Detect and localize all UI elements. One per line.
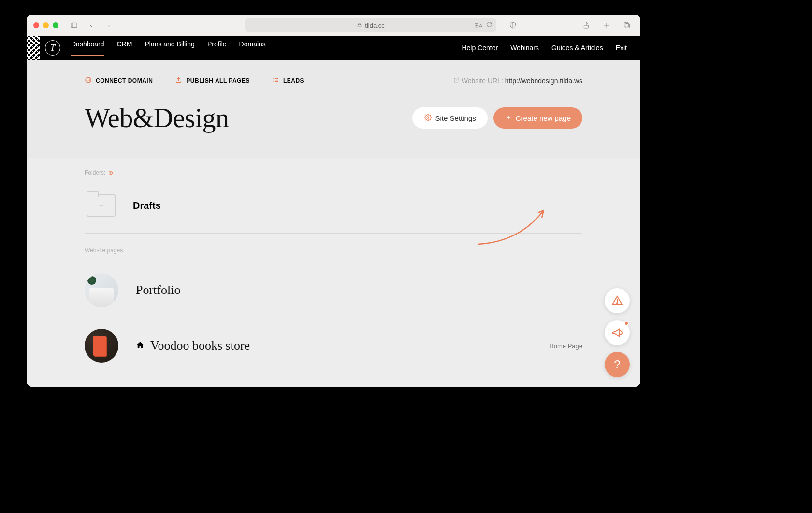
page-thumbnail xyxy=(85,273,118,307)
page-tag: Home Page xyxy=(549,342,582,350)
nav-profile[interactable]: Profile xyxy=(207,40,227,56)
website-url-info: Website URL: http://webndesign.tilda.ws xyxy=(453,77,582,85)
site-settings-label: Site Settings xyxy=(435,114,476,122)
nav-dashboard[interactable]: Dashboard xyxy=(71,40,104,56)
hero-actions: Site Settings Create new page xyxy=(412,107,582,129)
translate-icon[interactable]: ⊞ᴀ xyxy=(474,22,482,29)
svg-rect-0 xyxy=(71,23,77,27)
folder-name: Drafts xyxy=(133,200,161,211)
content-area: CONNECT DOMAIN PUBLISH ALL PAGES LEADS W… xyxy=(27,60,640,387)
nav-plans-billing[interactable]: Plans and Billing xyxy=(145,40,195,56)
reload-icon[interactable] xyxy=(486,21,493,29)
nav-webinars[interactable]: Webinars xyxy=(510,44,539,52)
site-title: Web&Design xyxy=(85,103,229,133)
nav-domains[interactable]: Domains xyxy=(239,40,266,56)
help-icon: ? xyxy=(614,358,620,371)
hero: Web&Design Site Settings Create new page xyxy=(27,85,640,158)
site-settings-button[interactable]: Site Settings xyxy=(412,107,488,129)
folders-label: Folders: ⊕ xyxy=(85,169,582,176)
app-header: T Dashboard CRM Plans and Billing Profil… xyxy=(27,36,640,60)
create-new-page-label: Create new page xyxy=(516,114,571,122)
announce-fab[interactable] xyxy=(605,320,630,345)
connect-domain-label: CONNECT DOMAIN xyxy=(96,77,153,84)
plus-icon xyxy=(505,114,512,122)
home-icon xyxy=(136,338,145,353)
tabs-icon[interactable] xyxy=(620,18,634,32)
connect-domain-button[interactable]: CONNECT DOMAIN xyxy=(85,76,153,85)
folders-label-text: Folders: xyxy=(85,169,105,176)
site-topbar: CONNECT DOMAIN PUBLISH ALL PAGES LEADS W… xyxy=(27,60,640,85)
window-minimize-button[interactable] xyxy=(43,22,49,28)
window-close-button[interactable] xyxy=(33,22,39,28)
page-name-text: Portfolio xyxy=(136,283,180,297)
nav-exit[interactable]: Exit xyxy=(616,44,627,52)
notification-dot xyxy=(624,321,629,326)
tilda-logo[interactable]: T xyxy=(45,40,60,56)
pages-label: Website pages: xyxy=(85,247,582,254)
svg-line-19 xyxy=(456,78,459,80)
leads-button[interactable]: LEADS xyxy=(272,76,304,85)
page-list: Portfolio Voodoo books store Home Page xyxy=(85,263,582,373)
nav-help-center[interactable]: Help Center xyxy=(462,44,498,52)
svg-rect-7 xyxy=(625,24,630,28)
url-host: tilda.cc xyxy=(365,22,384,29)
window-zoom-button[interactable] xyxy=(53,22,58,28)
publish-all-button[interactable]: PUBLISH ALL PAGES xyxy=(175,76,250,85)
lock-icon xyxy=(357,22,362,29)
leads-icon xyxy=(272,76,279,85)
url-bar[interactable]: tilda.cc ⊞ᴀ xyxy=(245,18,496,32)
page-name-text: Voodoo books store xyxy=(150,338,250,353)
new-tab-icon[interactable] xyxy=(600,18,613,32)
page-row-voodoo[interactable]: Voodoo books store Home Page xyxy=(85,318,582,373)
svg-rect-8 xyxy=(624,23,629,27)
gear-icon xyxy=(424,114,432,123)
sidebar-toggle-button[interactable] xyxy=(67,18,81,32)
browser-chrome: tilda.cc ⊞ᴀ xyxy=(27,15,640,36)
create-new-page-button[interactable]: Create new page xyxy=(493,107,582,129)
pages-label-text: Website pages: xyxy=(85,247,125,254)
svg-rect-2 xyxy=(358,25,361,27)
browser-window: tilda.cc ⊞ᴀ T Da xyxy=(27,15,640,387)
nav-right: Help Center Webinars Guides & Articles E… xyxy=(462,44,627,52)
help-fab[interactable]: ? xyxy=(605,352,630,377)
nav-guides[interactable]: Guides & Articles xyxy=(551,44,603,52)
floating-buttons: ? xyxy=(605,288,630,377)
svg-point-20 xyxy=(427,117,429,118)
share-icon[interactable] xyxy=(580,18,593,32)
forward-button[interactable] xyxy=(102,18,116,32)
main-nav: Dashboard CRM Plans and Billing Profile … xyxy=(71,40,266,56)
traffic-lights xyxy=(33,22,58,28)
alert-fab[interactable] xyxy=(605,288,630,313)
leads-label: LEADS xyxy=(283,77,304,84)
add-folder-icon[interactable]: ⊕ xyxy=(108,169,113,176)
decorative-pattern xyxy=(27,36,40,60)
upload-icon xyxy=(175,76,182,85)
external-link-icon[interactable] xyxy=(453,77,462,85)
publish-all-label: PUBLISH ALL PAGES xyxy=(186,77,250,84)
back-button[interactable] xyxy=(85,18,98,32)
website-url-value[interactable]: http://webndesign.tilda.ws xyxy=(505,77,582,85)
page-row-portfolio[interactable]: Portfolio xyxy=(85,263,582,318)
globe-icon xyxy=(85,76,92,85)
website-url-label: Website URL: xyxy=(462,77,503,85)
lower-section: Folders: ⊕ ~ Drafts Website pages: Portf… xyxy=(27,158,640,387)
folder-row[interactable]: ~ Drafts xyxy=(85,185,582,234)
nav-crm[interactable]: CRM xyxy=(117,40,132,56)
page-thumbnail xyxy=(85,329,118,363)
shield-icon[interactable] xyxy=(506,18,520,32)
page-name: Voodoo books store xyxy=(136,338,250,353)
page-name: Portfolio xyxy=(136,283,180,297)
folder-icon: ~ xyxy=(87,194,116,217)
svg-point-24 xyxy=(617,303,618,304)
